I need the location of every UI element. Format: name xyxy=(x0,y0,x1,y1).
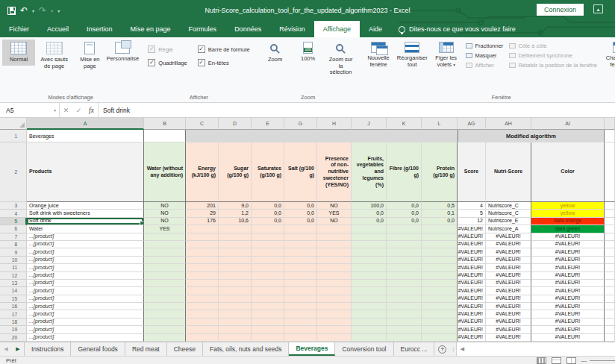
cell-B10[interactable] xyxy=(144,257,186,264)
cell-AI3[interactable]: yellow xyxy=(531,202,605,210)
column-header-H[interactable]: H xyxy=(317,118,352,130)
cell-A15[interactable]: ...[product] xyxy=(27,295,144,303)
cell-D10[interactable] xyxy=(219,257,252,264)
cell-AI15[interactable]: #VALEUR! xyxy=(531,295,605,303)
column-header-AG[interactable]: AG xyxy=(458,118,486,130)
cell-D14[interactable] xyxy=(219,287,252,295)
cell-AG20[interactable]: #VALEUR! xyxy=(458,334,486,342)
header-sweetener[interactable]: Presence of non-nutritive sweetener (YES… xyxy=(317,142,352,202)
cell-extra-6[interactable] xyxy=(605,225,615,233)
connexion-button[interactable]: Connexion xyxy=(537,4,584,16)
cell-G7[interactable] xyxy=(284,233,317,241)
cell-C8[interactable] xyxy=(186,241,219,248)
scroll-left-icon[interactable]: ◀ xyxy=(457,346,467,352)
cell-extra-4[interactable] xyxy=(605,210,615,217)
cell-D16[interactable] xyxy=(219,303,252,310)
cell-H19[interactable] xyxy=(317,326,352,333)
cell-D19[interactable] xyxy=(219,326,252,333)
cell-G15[interactable] xyxy=(284,295,317,303)
cell-A12[interactable]: ...[product] xyxy=(27,272,144,280)
cell-B19[interactable] xyxy=(144,326,186,333)
page-layout-status-icon[interactable] xyxy=(552,357,561,364)
row-header-16[interactable]: 16 xyxy=(0,303,27,310)
cell-L15[interactable] xyxy=(422,295,458,303)
cell-AG11[interactable]: #VALEUR! xyxy=(458,264,486,272)
cell-H5[interactable]: NO xyxy=(317,218,352,225)
cell-AH14[interactable]: #VALEUR! xyxy=(486,287,531,295)
cell-H17[interactable] xyxy=(317,310,352,318)
cell-AH4[interactable]: Nutriscore_C xyxy=(486,210,531,217)
cell-C5[interactable]: 176 xyxy=(186,218,219,225)
header-fvl[interactable]: Fruits, vegetables and legumes (%) xyxy=(352,142,387,202)
cell-A11[interactable]: ...[product] xyxy=(27,264,144,272)
cell-extra-9[interactable] xyxy=(605,248,615,256)
cell-AG12[interactable]: #VALEUR! xyxy=(458,272,486,280)
cell-AG17[interactable]: #VALEUR! xyxy=(458,310,486,318)
new-sheet-icon[interactable]: + xyxy=(438,345,446,354)
cell-AH10[interactable]: #VALEUR! xyxy=(486,257,531,264)
column-header-B[interactable]: B xyxy=(144,118,186,130)
cell-L17[interactable] xyxy=(422,310,458,318)
cell-extra-17[interactable] xyxy=(605,310,615,318)
name-box[interactable]: A5▾ xyxy=(0,103,60,117)
sheet-tab-beverages[interactable]: Beverages xyxy=(289,342,335,356)
custom-views-button[interactable]: Personnalisé xyxy=(106,40,139,65)
cell-extra-3[interactable] xyxy=(605,202,615,210)
column-header-K[interactable]: K xyxy=(387,118,422,130)
cell-C12[interactable] xyxy=(186,272,219,280)
header-energy[interactable]: Energy (kJ/100 g) xyxy=(186,142,219,202)
cell-AH16[interactable]: #VALEUR! xyxy=(486,303,531,310)
cell-AI9[interactable]: #VALEUR! xyxy=(531,248,605,256)
zoom-selection-button[interactable]: Zoom sur la sélection xyxy=(325,40,358,78)
cell-D17[interactable] xyxy=(219,310,252,318)
cell-AH19[interactable]: #VALEUR! xyxy=(486,326,531,333)
cell-H12[interactable] xyxy=(317,272,352,280)
sheet-tab-general-foods[interactable]: General foods xyxy=(71,342,125,356)
cell-J4[interactable]: 0,0 xyxy=(352,210,387,217)
cell-AG10[interactable]: #VALEUR! xyxy=(458,257,486,264)
cell-A7[interactable]: ...[product] xyxy=(27,233,144,241)
cell-G13[interactable] xyxy=(284,280,317,287)
cell-J3[interactable]: 100,0 xyxy=(352,202,387,210)
column-header-G[interactable]: G xyxy=(284,118,317,130)
cell-H16[interactable] xyxy=(317,303,352,310)
cell-J13[interactable] xyxy=(352,280,387,287)
cell-A8[interactable]: ...[product] xyxy=(27,241,144,248)
cell-AI8[interactable]: #VALEUR! xyxy=(531,241,605,248)
split-button[interactable]: Fractionner xyxy=(466,43,503,49)
cell-A20[interactable]: ...[product] xyxy=(27,334,144,342)
cell-H7[interactable] xyxy=(317,233,352,241)
cell-J6[interactable] xyxy=(352,225,387,233)
cell-H6[interactable] xyxy=(317,225,352,233)
header-nutriscore[interactable]: Nutri-Score xyxy=(486,142,531,202)
cell-L16[interactable] xyxy=(422,303,458,310)
tab-formules[interactable]: Formules xyxy=(180,21,226,37)
checkbox-barre-de-formule[interactable]: ✓Barre de formule xyxy=(198,46,250,53)
header-fibre[interactable]: Fibre (g/100 g) xyxy=(387,142,422,202)
cell-D3[interactable]: 9,0 xyxy=(219,202,252,210)
header-score[interactable]: Score xyxy=(458,142,486,202)
cell-A3[interactable]: Orange juice xyxy=(27,202,144,210)
cell-AI6[interactable]: dark green xyxy=(531,225,605,233)
cell-H11[interactable] xyxy=(317,264,352,272)
cell-AI4[interactable]: yellow xyxy=(531,210,605,217)
cell-K14[interactable] xyxy=(387,287,422,295)
column-header-J[interactable]: J xyxy=(352,118,387,130)
cell-extra-5[interactable] xyxy=(605,218,615,225)
cell-L11[interactable] xyxy=(422,264,458,272)
cell-AH12[interactable]: #VALEUR! xyxy=(486,272,531,280)
cell-C13[interactable] xyxy=(186,280,219,287)
cell-AG9[interactable]: #VALEUR! xyxy=(458,248,486,256)
cell-G20[interactable] xyxy=(284,334,317,342)
cell-AG13[interactable]: #VALEUR! xyxy=(458,280,486,287)
cell-E16[interactable] xyxy=(252,303,284,310)
column-header-D[interactable]: D xyxy=(219,118,252,130)
cell-L18[interactable] xyxy=(422,318,458,326)
undo-icon[interactable]: ↶ xyxy=(20,6,28,15)
cell-B6[interactable]: YES xyxy=(144,225,186,233)
tab-accueil[interactable]: Accueil xyxy=(38,21,78,37)
column-header-E[interactable]: E xyxy=(252,118,284,130)
cell-C17[interactable] xyxy=(186,310,219,318)
cell-J8[interactable] xyxy=(352,241,387,248)
tab-aide[interactable]: Aide xyxy=(360,21,391,37)
